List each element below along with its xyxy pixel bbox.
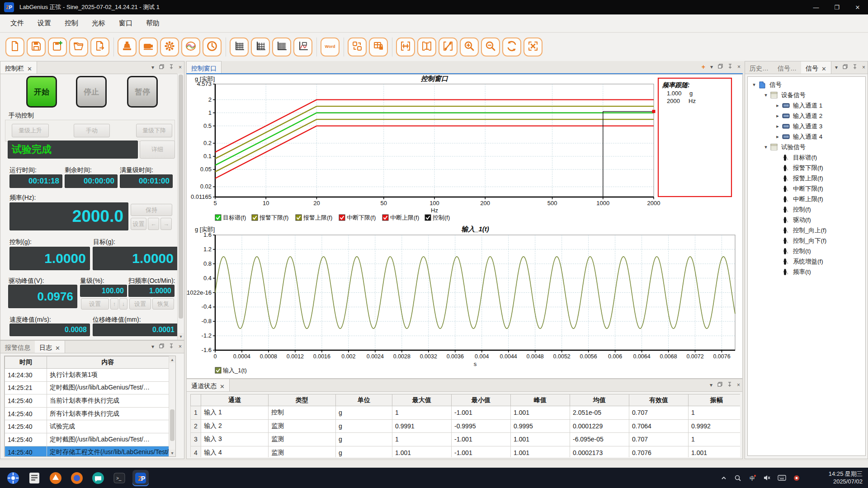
legend-item-中断上限(f)[interactable]: 中断上限(f): [382, 214, 419, 221]
settings-gear-button[interactable]: [160, 38, 179, 56]
log-col-time[interactable]: 时间: [5, 357, 47, 369]
dock-float-icon[interactable]: [843, 64, 848, 70]
channel-col-3[interactable]: 最大值: [392, 394, 452, 406]
cursor-horizontal-button[interactable]: [396, 38, 415, 56]
log-row[interactable]: 14:25:40试验完成: [5, 420, 169, 433]
legend-item-输入_1(t)[interactable]: 输入_1(t): [215, 367, 247, 374]
keyboard-icon[interactable]: [778, 474, 786, 481]
chart-grid-button[interactable]: [230, 38, 249, 56]
menu-item-0[interactable]: 文件: [4, 19, 31, 28]
channel-col-8[interactable]: 振幅: [689, 394, 741, 406]
dock-pin-icon[interactable]: [169, 343, 174, 350]
level-up-arrow-button[interactable]: ↑: [110, 298, 118, 310]
tree-item-18[interactable]: 频率(t): [748, 267, 865, 277]
scroll-down-icon[interactable]: ▾: [178, 333, 184, 340]
add-window-icon[interactable]: +: [702, 63, 705, 70]
tab-channel-status[interactable]: 通道状态 ✕: [187, 379, 230, 391]
maximize-button[interactable]: ❐: [826, 0, 847, 14]
tab-signal[interactable]: 信号 ✕: [801, 61, 831, 74]
shaker-vertical-button[interactable]: [118, 38, 137, 56]
tree-item-5[interactable]: ▸输入通道 4: [748, 131, 865, 142]
legend-item-报警下限(f)[interactable]: 报警下限(f): [252, 214, 288, 221]
tab-close-icon[interactable]: ✕: [27, 66, 32, 72]
tab-signal-alt[interactable]: 信号…: [773, 61, 801, 74]
tab-close-icon[interactable]: ✕: [220, 383, 225, 390]
tree-item-1[interactable]: ▾设备信号: [748, 90, 865, 100]
tree-item-4[interactable]: ▸输入通道 3: [748, 121, 865, 131]
freq-left-button[interactable]: ←: [148, 218, 159, 230]
close-button[interactable]: ✕: [847, 0, 868, 14]
tab-log[interactable]: 日志 ✕: [35, 341, 65, 353]
channel-col-5[interactable]: 峰值: [511, 394, 570, 406]
dock-close-icon[interactable]: ×: [179, 64, 182, 70]
freq-right-button[interactable]: →: [160, 218, 172, 230]
dock-float-icon[interactable]: [159, 64, 164, 70]
launcher-taskbar-button[interactable]: [5, 470, 21, 486]
labgenius-taskbar-button[interactable]: ZP: [132, 470, 149, 486]
legend-item-控制(f)[interactable]: 控制(f): [425, 214, 450, 221]
channel-col-0[interactable]: 通道: [201, 394, 269, 406]
expander-closed-icon[interactable]: ▸: [775, 123, 780, 129]
start-button[interactable]: 开始: [26, 76, 57, 108]
expander-closed-icon[interactable]: ▸: [775, 103, 780, 108]
log-row[interactable]: 14:25:40定时截图(/usr/lib/LabGenius/Test/…: [5, 433, 169, 446]
taskbar-clock[interactable]: 14:25 星期三 2025/07/02: [829, 470, 863, 485]
open-folder-button[interactable]: [69, 38, 88, 56]
cursor-diagonal-button[interactable]: [439, 38, 458, 56]
dock-close-icon[interactable]: ×: [737, 382, 740, 388]
tree-item-9[interactable]: 报警上限(f): [748, 173, 865, 183]
dock-pin-icon[interactable]: [169, 64, 174, 70]
firefox-taskbar-button[interactable]: [69, 470, 85, 486]
tree-item-15[interactable]: 控制_向下(f): [748, 235, 865, 246]
tab-history[interactable]: 历史…: [745, 61, 773, 74]
control-panel-scrollbar[interactable]: ▾: [177, 74, 184, 340]
volume-muted-icon[interactable]: [763, 474, 771, 482]
menu-item-2[interactable]: 控制: [58, 19, 85, 28]
hold-button[interactable]: 保持: [131, 204, 172, 216]
files-taskbar-button[interactable]: [26, 470, 42, 486]
dock-float-icon[interactable]: [159, 343, 164, 350]
dock-pin-icon[interactable]: [853, 64, 857, 70]
schedule-clock-button[interactable]: [203, 38, 222, 56]
expander-closed-icon[interactable]: ▸: [775, 113, 780, 119]
tree-item-11[interactable]: 中断上限(f): [748, 194, 865, 204]
expander-closed-icon[interactable]: ▸: [775, 134, 780, 140]
channel-row[interactable]: 1输入 1控制g1-1.0011.0012.051e-050.7071: [191, 406, 741, 420]
log-row[interactable]: 14:25:40当前计划表事件执行完成: [5, 394, 169, 408]
dock-menu-icon[interactable]: ▾: [710, 64, 713, 70]
log-row[interactable]: 14:25:40定时存储工程文件(/usr/lib/LabGenius/Test…: [5, 446, 169, 457]
channel-col-4[interactable]: 最小值: [452, 394, 511, 406]
record-icon[interactable]: [793, 474, 800, 482]
menu-item-1[interactable]: 设置: [31, 19, 58, 28]
new-file-button[interactable]: [5, 38, 24, 56]
tab-close-icon[interactable]: ✕: [821, 66, 826, 72]
chart-cursor-button[interactable]: [293, 38, 312, 56]
channel-col-2[interactable]: 单位: [336, 394, 392, 406]
tree-item-8[interactable]: 报警下限(f): [748, 163, 865, 173]
layout-lock-button[interactable]: [369, 38, 388, 56]
log-row[interactable]: 14:25:21定时截图(/usr/lib/LabGenius/Test/…: [5, 381, 169, 394]
log-row[interactable]: 14:24:30执行计划表第1项: [5, 369, 169, 382]
legend-item-中断下限(f)[interactable]: 中断下限(f): [339, 214, 376, 221]
zoom-out-button[interactable]: [481, 38, 500, 56]
stop-button[interactable]: 停止: [76, 76, 107, 108]
scroll-down-icon[interactable]: ▾: [169, 450, 175, 456]
tree-item-6[interactable]: ▾试验信号: [748, 142, 865, 152]
tree-item-13[interactable]: 驱动(f): [748, 215, 865, 225]
sweep-restore-button[interactable]: 恢复: [152, 298, 174, 310]
minimize-button[interactable]: —: [806, 0, 826, 14]
software-taskbar-button[interactable]: [47, 470, 64, 486]
dock-menu-icon[interactable]: ▾: [151, 64, 154, 70]
cursor-vertical-button[interactable]: [417, 38, 436, 56]
level-set-button[interactable]: 设置: [81, 298, 109, 310]
manual-button[interactable]: 手动: [74, 124, 110, 137]
expander-open-icon[interactable]: ▾: [751, 82, 757, 88]
channel-col-6[interactable]: 均值: [570, 394, 629, 406]
dock-close-icon[interactable]: ×: [179, 343, 182, 350]
dock-close-icon[interactable]: ×: [862, 64, 865, 70]
tree-item-16[interactable]: 控制(t): [748, 246, 865, 256]
chevron-up-icon[interactable]: [720, 474, 727, 482]
tab-alarm-info[interactable]: 报警信息: [0, 341, 35, 353]
scroll-up-icon[interactable]: ▴: [169, 356, 175, 363]
dock-pin-icon[interactable]: [727, 382, 732, 388]
